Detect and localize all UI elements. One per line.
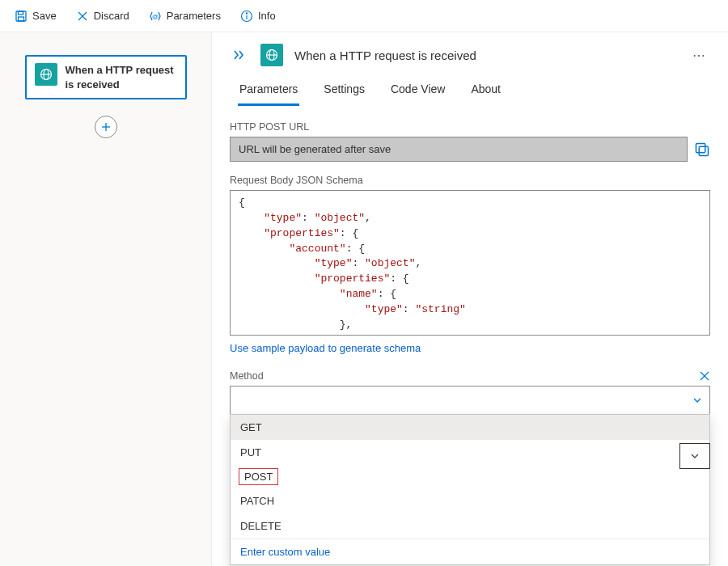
designer-canvas: When a HTTP request is received xyxy=(0,32,212,566)
designer-toolbar: Save Discard @ Parameters Info xyxy=(0,0,728,32)
url-readonly-box: URL will be generated after save xyxy=(230,137,688,162)
svg-rect-1 xyxy=(19,11,23,15)
schema-editor[interactable]: { "type": "object", "properties": { "acc… xyxy=(230,190,710,336)
detail-title: When a HTTP request is received xyxy=(294,49,676,62)
svg-rect-18 xyxy=(696,143,705,152)
tab-about[interactable]: About xyxy=(469,76,502,106)
method-dropdown-list: GETPUTPOSTPATCHDELETEEnter custom value xyxy=(230,414,710,565)
add-parameter-select[interactable] xyxy=(679,443,710,469)
discard-label: Discard xyxy=(94,10,129,22)
chevron-down-icon xyxy=(690,451,700,461)
method-dropdown[interactable] xyxy=(230,386,710,415)
tab-code-view[interactable]: Code View xyxy=(389,76,447,106)
chevron-down-icon xyxy=(692,395,703,406)
trigger-label: When a HTTP request is received xyxy=(66,63,177,91)
method-option-put[interactable]: PUT xyxy=(231,440,709,465)
save-icon xyxy=(15,10,28,23)
more-actions-button[interactable]: ⋯ xyxy=(688,44,710,66)
parameters-label: Parameters xyxy=(167,10,221,22)
discard-button[interactable]: Discard xyxy=(70,6,136,26)
info-icon xyxy=(240,10,253,23)
svg-rect-0 xyxy=(16,11,26,21)
save-button[interactable]: Save xyxy=(8,6,63,26)
plus-icon xyxy=(100,121,112,133)
tab-settings[interactable]: Settings xyxy=(322,76,366,106)
parameters-icon: @ xyxy=(149,10,162,23)
copy-url-button[interactable] xyxy=(694,142,710,158)
remove-method-button[interactable] xyxy=(699,370,710,382)
trigger-detail-panel: When a HTTP request is received ⋯ Parame… xyxy=(212,32,728,566)
close-icon xyxy=(699,370,710,382)
http-trigger-icon xyxy=(35,63,57,86)
save-label: Save xyxy=(32,10,57,22)
copy-icon xyxy=(694,142,710,158)
collapse-panel-button[interactable] xyxy=(230,46,249,64)
discard-icon xyxy=(76,10,89,23)
info-button[interactable]: Info xyxy=(234,6,282,26)
sample-payload-link[interactable]: Use sample payload to generate schema xyxy=(230,342,421,354)
schema-field-label: Request Body JSON Schema xyxy=(230,175,710,186)
info-label: Info xyxy=(258,10,276,22)
tab-parameters[interactable]: Parameters xyxy=(238,76,299,106)
chevron-right-icon xyxy=(233,49,246,61)
method-field-label: Method xyxy=(230,370,264,382)
url-field-label: HTTP POST URL xyxy=(230,121,710,133)
http-trigger-icon xyxy=(260,44,283,66)
detail-tabs: Parameters Settings Code View About xyxy=(238,76,710,107)
svg-text:@: @ xyxy=(152,13,159,20)
add-step-button[interactable] xyxy=(95,116,117,138)
method-option-delete[interactable]: DELETE xyxy=(231,513,709,539)
method-option-post[interactable]: POST xyxy=(239,468,278,485)
method-option-patch[interactable]: PATCH xyxy=(231,488,709,513)
trigger-card[interactable]: When a HTTP request is received xyxy=(25,55,187,99)
parameters-button[interactable]: @ Parameters xyxy=(142,6,227,26)
method-custom-value[interactable]: Enter custom value xyxy=(231,539,709,564)
svg-rect-17 xyxy=(699,146,708,155)
method-option-get[interactable]: GET xyxy=(231,415,709,440)
svg-point-8 xyxy=(246,12,247,13)
svg-rect-2 xyxy=(19,17,24,21)
